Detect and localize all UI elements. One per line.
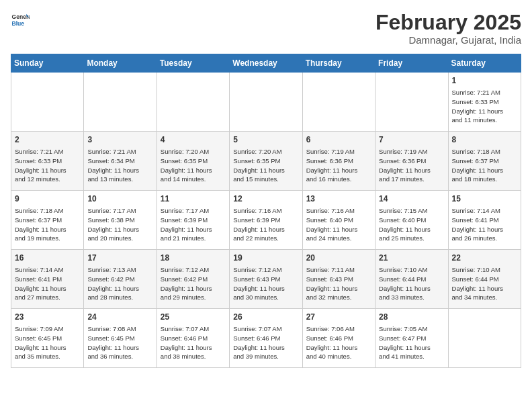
day-info: Sunrise: 7:20 AM Sunset: 6:35 PM Dayligh…	[161, 147, 226, 184]
calendar-cell: 5Sunrise: 7:20 AM Sunset: 6:35 PM Daylig…	[230, 132, 302, 191]
day-header-thursday: Thursday	[302, 54, 375, 73]
day-number: 6	[306, 134, 371, 146]
calendar-cell	[375, 73, 448, 132]
calendar-cell: 18Sunrise: 7:12 AM Sunset: 6:42 PM Dayli…	[157, 250, 229, 309]
day-info: Sunrise: 7:07 AM Sunset: 6:46 PM Dayligh…	[161, 324, 226, 361]
calendar-cell: 26Sunrise: 7:07 AM Sunset: 6:46 PM Dayli…	[230, 309, 302, 368]
day-number: 11	[161, 193, 226, 205]
day-info: Sunrise: 7:19 AM Sunset: 6:36 PM Dayligh…	[379, 147, 444, 184]
day-info: Sunrise: 7:14 AM Sunset: 6:41 PM Dayligh…	[452, 206, 517, 243]
location-subtitle: Damnagar, Gujarat, India	[375, 34, 521, 46]
calendar-cell: 7Sunrise: 7:19 AM Sunset: 6:36 PM Daylig…	[375, 132, 448, 191]
day-info: Sunrise: 7:11 AM Sunset: 6:43 PM Dayligh…	[306, 265, 371, 302]
calendar-week-4: 16Sunrise: 7:14 AM Sunset: 6:41 PM Dayli…	[11, 250, 521, 309]
day-info: Sunrise: 7:17 AM Sunset: 6:38 PM Dayligh…	[87, 206, 152, 243]
calendar-week-2: 2Sunrise: 7:21 AM Sunset: 6:33 PM Daylig…	[11, 132, 521, 191]
day-number: 19	[233, 253, 298, 264]
day-number: 13	[306, 193, 371, 205]
day-number: 5	[233, 134, 298, 146]
calendar-cell: 28Sunrise: 7:05 AM Sunset: 6:47 PM Dayli…	[375, 309, 448, 368]
day-header-tuesday: Tuesday	[157, 54, 229, 73]
calendar-cell: 22Sunrise: 7:10 AM Sunset: 6:44 PM Dayli…	[448, 250, 521, 309]
calendar-cell: 20Sunrise: 7:11 AM Sunset: 6:43 PM Dayli…	[302, 250, 375, 309]
calendar-cell	[302, 73, 375, 132]
calendar-week-1: 1Sunrise: 7:21 AM Sunset: 6:33 PM Daylig…	[11, 73, 521, 132]
calendar-cell	[84, 73, 157, 132]
calendar-cell: 1Sunrise: 7:21 AM Sunset: 6:33 PM Daylig…	[448, 73, 521, 132]
day-info: Sunrise: 7:16 AM Sunset: 6:40 PM Dayligh…	[306, 206, 371, 243]
day-number: 26	[233, 312, 298, 323]
calendar-cell	[230, 73, 302, 132]
day-info: Sunrise: 7:10 AM Sunset: 6:44 PM Dayligh…	[379, 265, 444, 302]
calendar-header-row: SundayMondayTuesdayWednesdayThursdayFrid…	[11, 54, 521, 73]
calendar-cell: 2Sunrise: 7:21 AM Sunset: 6:33 PM Daylig…	[11, 132, 84, 191]
day-info: Sunrise: 7:06 AM Sunset: 6:46 PM Dayligh…	[306, 324, 371, 361]
day-info: Sunrise: 7:20 AM Sunset: 6:35 PM Dayligh…	[233, 147, 298, 184]
title-block: February 2025 Damnagar, Gujarat, India	[375, 11, 521, 46]
calendar-cell: 3Sunrise: 7:21 AM Sunset: 6:34 PM Daylig…	[84, 132, 157, 191]
day-info: Sunrise: 7:08 AM Sunset: 6:45 PM Dayligh…	[87, 324, 152, 361]
day-info: Sunrise: 7:12 AM Sunset: 6:43 PM Dayligh…	[233, 265, 298, 302]
day-info: Sunrise: 7:05 AM Sunset: 6:47 PM Dayligh…	[379, 324, 444, 361]
calendar-cell: 10Sunrise: 7:17 AM Sunset: 6:38 PM Dayli…	[84, 191, 157, 250]
day-header-monday: Monday	[84, 54, 157, 73]
calendar-cell: 12Sunrise: 7:16 AM Sunset: 6:39 PM Dayli…	[230, 191, 302, 250]
day-number: 18	[161, 253, 226, 264]
calendar-cell: 11Sunrise: 7:17 AM Sunset: 6:39 PM Dayli…	[157, 191, 229, 250]
calendar-cell: 27Sunrise: 7:06 AM Sunset: 6:46 PM Dayli…	[302, 309, 375, 368]
day-number: 1	[452, 75, 517, 87]
day-info: Sunrise: 7:10 AM Sunset: 6:44 PM Dayligh…	[452, 265, 517, 302]
day-number: 25	[161, 312, 226, 323]
day-info: Sunrise: 7:21 AM Sunset: 6:34 PM Dayligh…	[87, 147, 152, 184]
day-number: 21	[379, 253, 444, 264]
day-info: Sunrise: 7:18 AM Sunset: 6:37 PM Dayligh…	[452, 147, 517, 184]
month-title: February 2025	[375, 11, 521, 34]
day-info: Sunrise: 7:14 AM Sunset: 6:41 PM Dayligh…	[15, 265, 80, 302]
day-number: 14	[379, 193, 444, 205]
calendar-cell: 4Sunrise: 7:20 AM Sunset: 6:35 PM Daylig…	[157, 132, 229, 191]
day-number: 16	[15, 253, 80, 264]
calendar-week-3: 9Sunrise: 7:18 AM Sunset: 6:37 PM Daylig…	[11, 191, 521, 250]
logo-icon: General Blue	[11, 11, 30, 30]
day-number: 28	[379, 312, 444, 323]
day-info: Sunrise: 7:16 AM Sunset: 6:39 PM Dayligh…	[233, 206, 298, 243]
day-number: 17	[87, 253, 152, 264]
day-number: 27	[306, 312, 371, 323]
calendar-cell: 24Sunrise: 7:08 AM Sunset: 6:45 PM Dayli…	[84, 309, 157, 368]
calendar-cell: 6Sunrise: 7:19 AM Sunset: 6:36 PM Daylig…	[302, 132, 375, 191]
day-number: 10	[87, 193, 152, 205]
day-number: 7	[379, 134, 444, 146]
calendar-cell: 15Sunrise: 7:14 AM Sunset: 6:41 PM Dayli…	[448, 191, 521, 250]
day-number: 20	[306, 253, 371, 264]
day-number: 24	[87, 312, 152, 323]
calendar-cell: 19Sunrise: 7:12 AM Sunset: 6:43 PM Dayli…	[230, 250, 302, 309]
logo: General Blue	[11, 11, 30, 30]
calendar-cell: 23Sunrise: 7:09 AM Sunset: 6:45 PM Dayli…	[11, 309, 84, 368]
day-header-sunday: Sunday	[11, 54, 84, 73]
calendar-cell	[11, 73, 84, 132]
day-info: Sunrise: 7:15 AM Sunset: 6:40 PM Dayligh…	[379, 206, 444, 243]
calendar-cell: 9Sunrise: 7:18 AM Sunset: 6:37 PM Daylig…	[11, 191, 84, 250]
day-number: 3	[87, 134, 152, 146]
calendar-body: 1Sunrise: 7:21 AM Sunset: 6:33 PM Daylig…	[11, 73, 521, 368]
day-info: Sunrise: 7:21 AM Sunset: 6:33 PM Dayligh…	[452, 88, 517, 125]
calendar-table: SundayMondayTuesdayWednesdayThursdayFrid…	[11, 54, 521, 368]
day-info: Sunrise: 7:13 AM Sunset: 6:42 PM Dayligh…	[87, 265, 152, 302]
calendar-cell: 21Sunrise: 7:10 AM Sunset: 6:44 PM Dayli…	[375, 250, 448, 309]
day-number: 8	[452, 134, 517, 146]
day-info: Sunrise: 7:07 AM Sunset: 6:46 PM Dayligh…	[233, 324, 298, 361]
page-header: General Blue February 2025 Damnagar, Guj…	[11, 11, 521, 46]
day-number: 23	[15, 312, 80, 323]
day-number: 2	[15, 134, 80, 146]
day-header-saturday: Saturday	[448, 54, 521, 73]
day-info: Sunrise: 7:09 AM Sunset: 6:45 PM Dayligh…	[15, 324, 80, 361]
day-number: 9	[15, 193, 80, 205]
calendar-cell: 17Sunrise: 7:13 AM Sunset: 6:42 PM Dayli…	[84, 250, 157, 309]
day-number: 12	[233, 193, 298, 205]
svg-text:Blue: Blue	[12, 20, 25, 27]
calendar-cell: 13Sunrise: 7:16 AM Sunset: 6:40 PM Dayli…	[302, 191, 375, 250]
day-info: Sunrise: 7:21 AM Sunset: 6:33 PM Dayligh…	[15, 147, 80, 184]
calendar-cell	[448, 309, 521, 368]
day-info: Sunrise: 7:19 AM Sunset: 6:36 PM Dayligh…	[306, 147, 371, 184]
day-info: Sunrise: 7:12 AM Sunset: 6:42 PM Dayligh…	[161, 265, 226, 302]
